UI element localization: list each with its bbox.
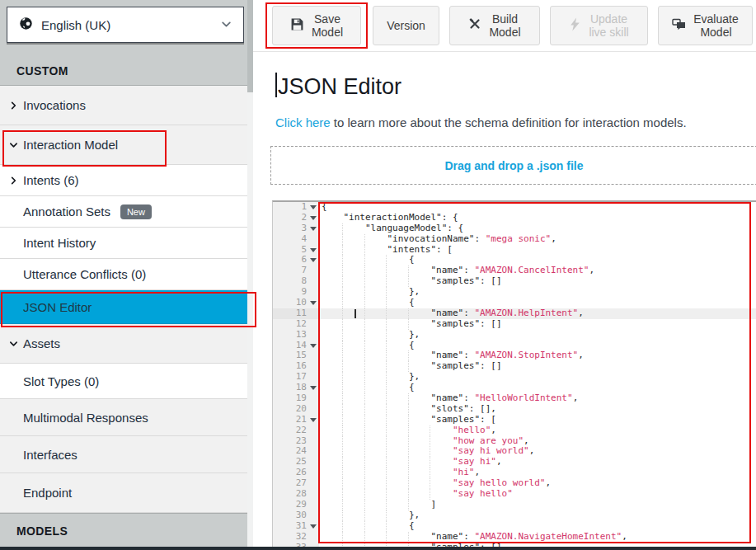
gutter-line-number: 5 [273, 245, 319, 256]
dropzone-label: Drag and drop a .json file [444, 159, 583, 172]
version-button[interactable]: Version [373, 6, 439, 45]
editor-line: "samples": [] [319, 319, 756, 330]
alexa-developer-console: English (UK) CUSTOM InvocationsInteracti… [0, 0, 756, 550]
gutter-line-number: 1 [273, 202, 319, 213]
sidebar-item-label: Intents (6) [23, 173, 79, 187]
gutter-line-number: 4 [273, 234, 319, 245]
new-badge: New [120, 204, 152, 219]
custom-section-header: CUSTOM [16, 64, 68, 78]
sidebar-item-label: Slot Types (0) [23, 374, 99, 388]
sidebar-item-label: Assets [23, 336, 60, 350]
sidebar-footer-band: MODELS [0, 513, 247, 547]
gutter-line-number: 2 [273, 213, 319, 223]
sidebar-item-label: JSON Editor [23, 300, 92, 314]
lightning-icon [569, 17, 581, 34]
editor-line: { [319, 202, 756, 213]
code-fold-arrow-icon[interactable] [310, 216, 317, 220]
sidebar-item-label: Annotation Sets [23, 204, 110, 219]
sidebar-item-interaction-model[interactable]: Interaction Model [0, 125, 247, 165]
toolbar-separator [253, 51, 756, 52]
editor-text-cursor [355, 309, 356, 318]
sidebar-item-slot-types-0[interactable]: Slot Types (0) [0, 364, 247, 399]
editor-line: }, [319, 330, 756, 341]
button-label: Version [387, 19, 425, 32]
schema-help-text: Click here to learn more about the schem… [275, 115, 687, 129]
sidebar-item-endpoint[interactable]: Endpoint [0, 473, 247, 513]
update-live-skill-button[interactable]: Updatelive skill [550, 6, 648, 45]
button-label: EvaluateModel [693, 12, 738, 39]
sidebar-scrollbar-thumb[interactable] [247, 0, 253, 92]
evaluate-model-button[interactable]: EvaluateModel [658, 6, 753, 45]
editor-line: "name": "AMAZON.HelpIntent", [319, 308, 756, 319]
editor-line: "say hello" [319, 489, 756, 500]
editor-code-area[interactable]: { "interactionModel": { "languageModel":… [319, 202, 756, 550]
page-title: JSON Editor [275, 73, 401, 100]
bottom-edge-bar [0, 547, 756, 550]
build-icon [468, 17, 481, 33]
chevron-down-icon [221, 18, 232, 32]
sidebar-item-assets[interactable]: Assets [0, 324, 247, 364]
sidebar-item-label: Multimodal Responses [23, 411, 148, 425]
schema-help-rest: to learn more about the schema definitio… [331, 115, 687, 129]
editor-line: "invocationName": "mega sonic", [319, 234, 756, 245]
gutter-line-number: 8 [273, 276, 319, 287]
json-dropzone[interactable]: Drag and drop a .json file [270, 146, 756, 185]
code-fold-arrow-icon[interactable] [310, 344, 317, 348]
editor-line: "hello", [319, 425, 756, 436]
gutter-line-number: 3 [273, 223, 319, 234]
button-label: SaveModel [312, 12, 343, 39]
editor-line: "interactionModel": { [319, 213, 756, 223]
language-selector[interactable]: English (UK) [7, 7, 244, 43]
chevron-down-icon [9, 140, 18, 149]
save-model-button[interactable]: SaveModel [272, 6, 361, 45]
sidebar-item-label: Invocations [23, 98, 86, 112]
sidebar-item-annotation-sets[interactable]: Annotation SetsNew [0, 196, 247, 228]
evaluate-icon [672, 18, 686, 33]
sidebar-item-json-editor[interactable]: JSON Editor [0, 290, 247, 324]
editor-line: "name": "AMAZON.NavigateHomeIntent", [319, 532, 756, 543]
sidebar-item-multimodal-responses[interactable]: Multimodal Responses [0, 399, 247, 436]
code-fold-arrow-icon[interactable] [310, 258, 317, 262]
json-code-editor[interactable]: 1234567891011121314151617181920212223242… [272, 200, 756, 550]
sidebar: English (UK) CUSTOM InvocationsInteracti… [0, 0, 253, 547]
button-label: Updatelive skill [589, 12, 628, 39]
sidebar-item-invocations[interactable]: Invocations [0, 86, 247, 125]
main-panel: SaveModelVersionBuildModelUpdatelive ski… [253, 0, 756, 550]
chevron-down-icon [9, 339, 18, 348]
code-fold-arrow-icon[interactable] [310, 418, 317, 422]
save-icon [290, 17, 304, 34]
models-section-header: MODELS [16, 524, 68, 538]
build-model-button[interactable]: BuildModel [449, 6, 540, 45]
editor-line: }, [319, 510, 756, 521]
editor-line: "samples": [ [319, 415, 756, 425]
language-selector-value: English (UK) [41, 18, 110, 32]
sidebar-nav: InvocationsInteraction ModelIntents (6)A… [0, 86, 247, 513]
code-fold-arrow-icon[interactable] [310, 524, 317, 529]
chevron-right-icon [9, 101, 18, 110]
click-here-link[interactable]: Click here [275, 115, 331, 129]
button-label: BuildModel [489, 12, 520, 39]
sidebar-item-intent-history[interactable]: Intent History [0, 228, 247, 259]
sidebar-item-label: Endpoint [23, 486, 72, 500]
editor-line: "name": "HelloWorldIntent", [319, 393, 756, 404]
sidebar-item-label: Utterance Conflicts (0) [23, 267, 146, 281]
code-fold-arrow-icon[interactable] [310, 205, 317, 209]
sidebar-item-label: Interaction Model [23, 138, 118, 152]
globe-icon [19, 16, 33, 33]
sidebar-item-interfaces[interactable]: Interfaces [0, 436, 247, 473]
chevron-right-icon [9, 176, 18, 185]
sidebar-item-intents-6[interactable]: Intents (6) [0, 165, 247, 196]
gutter-line-number: 7 [273, 266, 319, 276]
sidebar-header-band: English (UK) CUSTOM [0, 0, 247, 86]
editor-line: ] [319, 500, 756, 510]
code-fold-arrow-icon[interactable] [310, 227, 317, 231]
code-fold-arrow-icon[interactable] [310, 248, 317, 252]
code-fold-arrow-icon[interactable] [310, 301, 317, 305]
editor-line: "slots": [], [319, 404, 756, 415]
code-fold-arrow-icon[interactable] [310, 386, 317, 390]
sidebar-item-label: Intent History [23, 236, 96, 250]
editor-gutter: 1234567891011121314151617181920212223242… [273, 202, 319, 550]
sidebar-item-label: Interfaces [23, 448, 77, 462]
sidebar-item-utterance-conflicts-0[interactable]: Utterance Conflicts (0) [0, 259, 247, 290]
gutter-line-number: 6 [273, 255, 319, 266]
